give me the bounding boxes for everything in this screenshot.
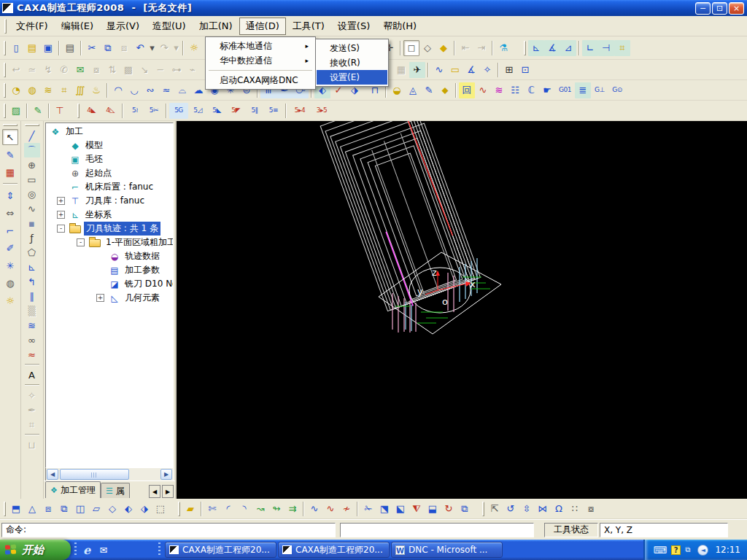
keyboard-indicator-icon[interactable]: ⌨ [654,545,667,555]
restore-button[interactable]: ⊡ [712,2,727,15]
comm-send-file-button[interactable]: ✉ [72,62,88,78]
undo-dropdown-button[interactable]: ▾ [148,40,156,56]
circle-tool-button[interactable]: ⊕ [24,158,40,172]
tab-machining-manager[interactable]: ❖加工管理 [45,481,101,498]
region-fill-check-button[interactable]: 回 [459,82,475,98]
converge-point-button[interactable]: ✳ [2,257,18,273]
groove-mill-button[interactable]: ⌗ [56,82,72,98]
tree-item-start-point[interactable]: ⊕起始点 [46,166,173,180]
curve-extend-2-button[interactable]: ↬ [268,501,285,517]
transform-mirror-button[interactable]: ⋈ [535,501,551,517]
blend-surface-1-button[interactable]: ⬖ [120,501,136,517]
coord-axes-xy-button[interactable]: ⊾ [528,40,544,56]
tool-display-toggle-button[interactable]: ⊤ [52,103,68,119]
layer-manager-button[interactable]: ▦ [2,164,18,180]
measure-curve-length-button[interactable]: ∿ [431,62,447,78]
five-axis-groove-finish-button[interactable]: 5✂ [144,103,163,119]
measure-distance-button[interactable]: ▭ [447,62,463,78]
tree-item-coordinate-system[interactable]: +⊾坐标系 [46,208,173,222]
param-line-mill-button[interactable]: ≈ [158,82,174,98]
curve-extend-1-button[interactable]: ↝ [252,501,268,517]
menu-item-standard-local-comm[interactable]: 标准本地通信▸ [206,39,314,53]
curve-fillet-2-button[interactable]: ◝ [236,501,252,517]
five-axis-side-mill-button[interactable]: 5◿ [188,103,207,119]
menu-item-settings[interactable]: 设置(E) [317,70,387,85]
minimize-button[interactable]: ─ [695,2,711,15]
curve-hook-tool-button[interactable]: ↰ [24,274,40,289]
projection-mill-button[interactable]: ☁ [190,82,206,98]
scroll-left-button[interactable]: ◀ [47,469,58,480]
window-tray-icon[interactable]: ⧉ [685,546,690,553]
five-axis-g-mill-button[interactable]: 5G [169,103,188,119]
menu-item-send[interactable]: 发送(S) [317,41,387,55]
engrave-mill-button[interactable]: ♨ [88,82,104,98]
coord-axes-plane-button[interactable]: ⊿ [560,40,576,56]
scrollbar-thumb[interactable] [60,469,129,480]
coord-corner-button[interactable]: ∟ [582,40,598,56]
line-tool-button[interactable]: ╱ [24,128,40,143]
measure-angle-button[interactable]: ∡ [463,62,479,78]
undo-button[interactable]: ↶ [132,40,148,56]
tree-item-model[interactable]: ◆模型 [46,139,173,152]
five-axis-curve-mill-button[interactable]: 5◣ [207,103,226,119]
tree-item-machining-params[interactable]: ▤加工参数 [46,263,173,277]
start-button[interactable]: 开始 [0,540,71,560]
save-file-button[interactable]: ▣ [40,40,56,56]
coordinate-frame-tool-button[interactable]: ⊾ [24,260,40,274]
taskbar-button-caxa-window-1[interactable]: CAXA制造工程师20... [165,542,276,558]
menu-edit[interactable]: 编辑(E) [55,18,100,35]
roll-cylinder-button[interactable]: ◍ [2,275,18,291]
tree-item-toolpath-group[interactable]: -刀具轨迹 : 共 1 条 [46,222,173,236]
menu-file[interactable]: 文件(F) [9,18,55,35]
surface-join-button[interactable]: ⧉ [457,501,473,517]
tree-item-blank[interactable]: ▣毛坯 [46,152,173,166]
macro-play-button[interactable]: ⊡ [517,62,533,78]
transform-array-circular-button[interactable]: Ω [551,501,567,517]
menu-settings[interactable]: 设置(S) [331,18,376,35]
mail-icon[interactable]: ✉ [97,543,110,556]
offset-surface-button[interactable]: ◇ [104,501,120,517]
cut-button[interactable]: ✂ [84,40,100,56]
tree-item-machining-root[interactable]: ❖加工 [46,125,173,139]
transform-rotate-button[interactable]: ↺ [503,501,519,517]
border-surface-button[interactable]: ⬚ [152,501,169,517]
transform-scale-button[interactable]: ⇳ [519,501,535,517]
tab-scroll-right-button[interactable]: ▶ [162,485,174,498]
tab-scroll-left-button[interactable]: ◀ [149,485,160,498]
coord-sketch-plane-button[interactable]: ⌗ [614,40,630,56]
menu-item-receive[interactable]: 接收(R) [317,55,387,70]
frame-adjust-button[interactable]: ⇔ [2,205,18,221]
lens-surface-tool-button[interactable]: ∞ [24,332,40,347]
transform-copy-paste-button[interactable]: ⧇ [583,501,599,517]
transform-move-button[interactable]: ⇱ [487,501,503,517]
close-button[interactable]: × [729,2,744,15]
net-surface-button[interactable]: ◫ [72,501,88,517]
measure-property-button[interactable]: ✧ [479,62,495,78]
tool-check-button[interactable]: ◬ [405,82,421,98]
sketch-edit-button[interactable]: ✎ [2,147,18,163]
vertical-lines-check-button[interactable]: ≣ [575,82,591,98]
help-tray-icon[interactable]: ? [671,545,681,555]
surface-stripe-button[interactable]: ⧨ [409,501,425,517]
g01-check-button[interactable]: G01 [555,82,575,98]
tree-item-geometry-elements[interactable]: +◺几何元素 [46,291,173,305]
menu-item-start-caxa-network-dnc[interactable]: 启动CAXA网络DNC [206,73,314,88]
four-axis-area-mill-button[interactable]: 4◣ [82,103,101,119]
plane-surface-button[interactable]: ▱ [88,501,104,517]
ruled-surface-tool-button[interactable]: ≋ [24,318,40,332]
tab-properties[interactable]: ☰属 [101,483,130,498]
curve-extend-3-button[interactable]: ⇉ [285,501,301,517]
curve-combine-button[interactable]: ≁ [338,501,355,517]
collapse-chevron-icon[interactable]: ◄ [697,545,708,556]
tree-item-tool-library[interactable]: +⊤刀具库 : fanuc [46,194,173,208]
five-axis-param-mill-button[interactable]: 5≡ [264,103,283,119]
menu-communication[interactable]: 通信(D) [239,18,286,35]
copy-button[interactable]: ⧉ [100,40,116,56]
menu-tools[interactable]: 工具(T) [286,18,331,35]
surface-fold-1-button[interactable]: ⬔ [376,501,392,517]
print-button[interactable]: ▤ [62,40,78,56]
scroll-right-button[interactable]: ▶ [160,469,172,480]
transform-array-rect-button[interactable]: ∷ [567,501,583,517]
polygon-tool-button[interactable]: ⬠ [24,245,40,260]
curve-edit-blue-button[interactable]: ∿ [306,501,322,517]
